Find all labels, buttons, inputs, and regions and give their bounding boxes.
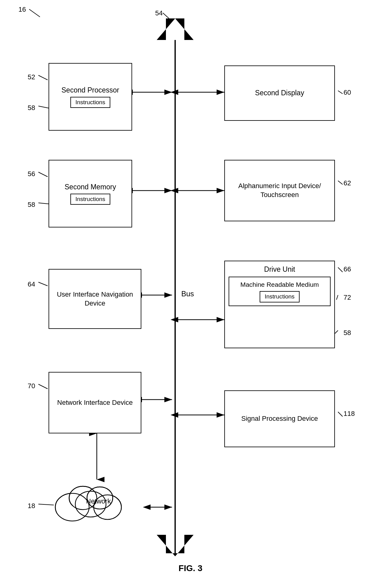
second-processor-title: Second Processor bbox=[61, 86, 119, 95]
leader-16 bbox=[29, 9, 40, 17]
second-display-box: Second Display bbox=[224, 65, 335, 121]
ref-58a: 58 bbox=[28, 104, 35, 112]
leader-72 bbox=[336, 295, 338, 300]
second-display-title: Second Display bbox=[255, 89, 304, 98]
ref-72: 72 bbox=[344, 294, 351, 302]
second-processor-box: Second Processor Instructions bbox=[49, 63, 132, 131]
ref-118: 118 bbox=[344, 410, 355, 418]
leader-56 bbox=[38, 172, 48, 177]
second-processor-instructions: Instructions bbox=[70, 97, 110, 108]
second-memory-box: Second Memory Instructions bbox=[49, 160, 132, 227]
ref-16: 16 bbox=[18, 6, 26, 14]
network-interface-box: Network Interface Device bbox=[49, 372, 141, 433]
second-memory-instructions: Instructions bbox=[70, 194, 110, 205]
leader-66 bbox=[338, 267, 343, 272]
leader-60 bbox=[338, 91, 343, 94]
figure-caption: FIG. 3 bbox=[0, 563, 381, 573]
ref-60: 60 bbox=[344, 89, 351, 97]
ref-58c: 58 bbox=[344, 329, 351, 337]
leader-64 bbox=[38, 282, 48, 286]
alphanumeric-box: Alphanumeric Input Device/ Touchscreen bbox=[224, 160, 335, 221]
ref-64: 64 bbox=[28, 280, 35, 288]
leader-58c bbox=[335, 330, 338, 333]
ref-66: 66 bbox=[344, 265, 351, 273]
ref-58b: 58 bbox=[28, 201, 35, 209]
user-interface-title: User Interface Navigation Device bbox=[49, 288, 141, 310]
leader-54 bbox=[163, 13, 169, 18]
network-cloud-label: Network bbox=[86, 497, 111, 505]
ref-70: 70 bbox=[28, 382, 35, 390]
network-interface-title: Network Interface Device bbox=[55, 396, 135, 410]
leader-70 bbox=[38, 384, 48, 389]
leader-62 bbox=[338, 181, 343, 184]
signal-processing-box: Signal Processing Device bbox=[224, 390, 335, 447]
machine-readable-box: Machine Readable Medium Instructions bbox=[229, 277, 331, 306]
machine-readable-title: Machine Readable Medium bbox=[240, 280, 319, 289]
ref-52: 52 bbox=[28, 73, 35, 81]
alphanumeric-title: Alphanumeric Input Device/ Touchscreen bbox=[225, 179, 334, 202]
drive-unit-instructions: Instructions bbox=[260, 291, 299, 302]
bus-up-arrow bbox=[157, 18, 194, 40]
ref-18: 18 bbox=[28, 502, 35, 510]
leader-18 bbox=[38, 504, 54, 505]
drive-unit-title: Drive Unit bbox=[229, 265, 331, 274]
diagram-container: 16 52 58 56 58 64 70 18 54 60 62 66 72 5… bbox=[0, 0, 381, 588]
ref-56: 56 bbox=[28, 170, 35, 178]
ref-54: 54 bbox=[155, 9, 163, 17]
second-memory-title: Second Memory bbox=[65, 183, 116, 192]
leader-52 bbox=[38, 75, 48, 80]
leader-118 bbox=[338, 412, 343, 416]
drive-unit-box: Drive Unit Machine Readable Medium Instr… bbox=[224, 261, 335, 348]
user-interface-box: User Interface Navigation Device bbox=[49, 269, 141, 329]
signal-processing-title: Signal Processing Device bbox=[238, 411, 321, 426]
ref-62: 62 bbox=[344, 179, 351, 187]
bus-label: Bus bbox=[181, 290, 194, 298]
